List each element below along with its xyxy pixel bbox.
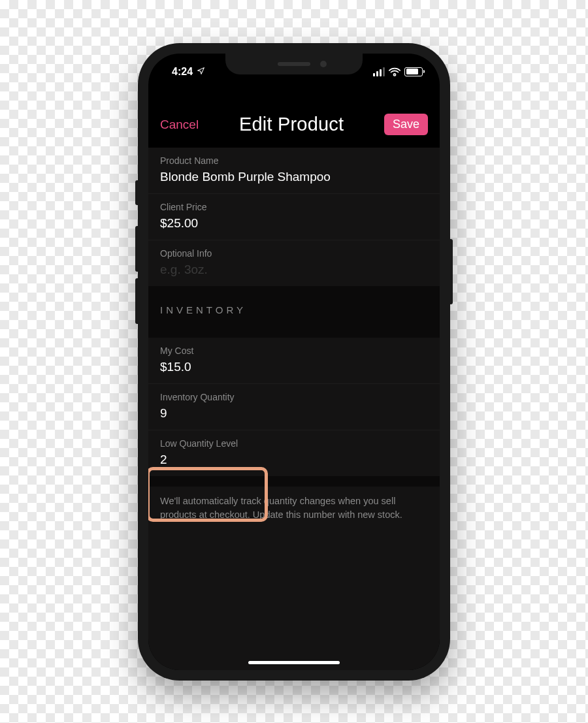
input-low-quantity-level[interactable] — [160, 453, 428, 467]
label-inventory-quantity: Inventory Quantity — [160, 392, 428, 402]
form-content: Product Name Client Price Optional Info … — [148, 148, 440, 670]
field-product-name[interactable]: Product Name — [148, 148, 440, 194]
phone-screen: 4:24 Cancel Edit Product Save Product Na… — [148, 54, 440, 670]
label-my-cost: My Cost — [160, 345, 428, 356]
wifi-icon — [389, 67, 400, 76]
field-low-quantity-level[interactable]: Low Quantity Level — [148, 430, 440, 476]
cancel-button[interactable]: Cancel — [160, 118, 199, 132]
label-low-quantity-level: Low Quantity Level — [160, 438, 428, 449]
input-inventory-quantity[interactable] — [160, 406, 428, 421]
cellular-icon — [373, 67, 385, 76]
location-arrow-icon — [197, 66, 205, 78]
input-client-price[interactable] — [160, 216, 428, 231]
speaker-grille — [278, 62, 310, 66]
input-optional-info[interactable] — [160, 263, 428, 277]
field-inventory-quantity[interactable]: Inventory Quantity — [148, 384, 440, 430]
section-spacer — [148, 327, 440, 338]
field-client-price[interactable]: Client Price — [148, 194, 440, 240]
battery-icon — [404, 67, 423, 76]
note-spacer — [148, 476, 440, 487]
phone-frame: 4:24 Cancel Edit Product Save Product Na… — [138, 43, 450, 681]
label-optional-info: Optional Info — [160, 248, 428, 259]
field-my-cost[interactable]: My Cost — [148, 338, 440, 384]
notch — [225, 54, 363, 74]
label-client-price: Client Price — [160, 202, 428, 212]
label-product-name: Product Name — [160, 155, 428, 166]
input-product-name[interactable] — [160, 170, 428, 184]
status-time: 4:24 — [172, 66, 193, 78]
front-camera — [320, 61, 327, 67]
nav-bar: Cancel Edit Product Save — [148, 86, 440, 148]
home-indicator[interactable] — [248, 661, 340, 664]
field-optional-info[interactable]: Optional Info — [148, 240, 440, 286]
save-button[interactable]: Save — [384, 114, 428, 135]
input-my-cost[interactable] — [160, 360, 428, 374]
section-inventory-header: INVENTORY — [148, 286, 440, 327]
inventory-note: We'll automatically track quantity chang… — [148, 487, 440, 534]
page-title: Edit Product — [239, 114, 344, 135]
